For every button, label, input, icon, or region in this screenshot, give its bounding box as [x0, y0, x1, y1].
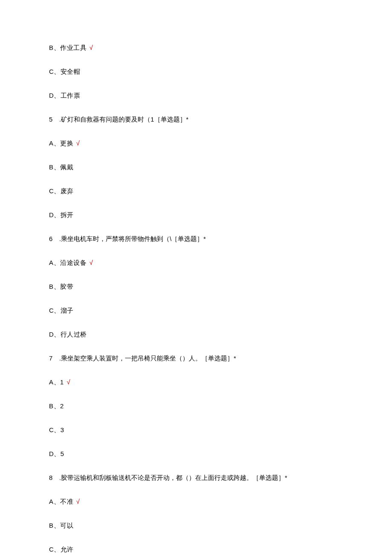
option-label: C、 — [49, 307, 61, 314]
option-text: 1 — [60, 378, 64, 386]
option-text: 更换 — [60, 139, 73, 147]
check-icon: √ — [65, 378, 70, 386]
option-line: A、更换 √ — [49, 138, 343, 148]
document-content: B、作业工具 √C、安全帽D、工作票5.矿灯和自救器有问题的要及时（1［单选题］… — [49, 43, 343, 555]
option-label: C、 — [49, 426, 61, 433]
option-line: B、2 — [49, 401, 343, 411]
option-text: 允许 — [61, 546, 74, 553]
option-text: 可以 — [60, 522, 73, 529]
check-icon: √ — [74, 139, 80, 147]
option-line: D、行人过桥 — [49, 329, 343, 340]
option-label: B、 — [49, 163, 60, 171]
question-line: 7.乘坐架空乘人装置时，一把吊椅只能乘坐（）人。［单选题］* — [49, 353, 343, 363]
question-number: 6 — [49, 234, 59, 244]
option-text: 安全帽 — [61, 68, 81, 75]
option-text: 佩戴 — [60, 163, 73, 171]
question-number: 7 — [49, 353, 59, 363]
question-text: .乘坐架空乘人装置时，一把吊椅只能乘坐（）人。［单选题］* — [59, 353, 343, 363]
option-label: B、 — [49, 522, 60, 529]
option-text: 5 — [61, 450, 64, 457]
check-icon: √ — [87, 44, 93, 51]
option-label: A、 — [49, 259, 60, 266]
question-text: .乘坐电机车时，严禁将所带物件触到（\［单选题］* — [59, 234, 343, 244]
option-label: A、 — [49, 378, 60, 386]
option-label: D、 — [49, 92, 61, 99]
option-line: C、废弃 — [49, 186, 343, 196]
question-line: 6.乘坐电机车时，严禁将所带物件触到（\［单选题］* — [49, 234, 343, 244]
option-text: 行人过桥 — [61, 331, 87, 338]
option-line: D、工作票 — [49, 90, 343, 101]
option-text: 废弃 — [61, 187, 74, 195]
option-label: D、 — [49, 450, 61, 457]
option-label: A、 — [49, 139, 60, 147]
option-text: 拆开 — [61, 211, 74, 218]
option-label: D、 — [49, 331, 61, 338]
question-text: .胶带运输机和刮板输送机不论是否开动，都（）在上面行走或跨越。［单选题］* — [59, 473, 343, 483]
option-line: B、可以 — [49, 520, 343, 531]
question-line: 5.矿灯和自救器有问题的要及时（1［单选题］* — [49, 114, 343, 125]
option-line: A、1 √ — [49, 377, 343, 387]
option-text: 不准 — [60, 498, 73, 505]
option-line: C、3 — [49, 425, 343, 435]
option-text: 沿途设备 — [60, 259, 86, 266]
check-icon: √ — [74, 498, 80, 505]
option-line: C、允许 — [49, 544, 343, 555]
option-label: C、 — [49, 187, 61, 195]
question-number: 5 — [49, 114, 59, 125]
option-line: B、胶带 — [49, 282, 343, 292]
option-label: D、 — [49, 211, 61, 218]
option-line: B、作业工具 √ — [49, 43, 343, 53]
option-label: B、 — [49, 402, 60, 410]
option-line: A、不准 √ — [49, 497, 343, 507]
option-line: C、溜子 — [49, 305, 343, 316]
option-label: C、 — [49, 68, 61, 75]
option-text: 3 — [61, 426, 64, 433]
option-label: B、 — [49, 44, 60, 51]
option-text: 胶带 — [60, 283, 73, 290]
option-text: 工作票 — [61, 92, 81, 99]
option-label: B、 — [49, 283, 60, 290]
option-line: C、安全帽 — [49, 67, 343, 77]
option-line: D、拆开 — [49, 210, 343, 220]
option-text: 溜子 — [61, 307, 74, 314]
check-icon: √ — [87, 259, 93, 266]
option-line: A、沿途设备 √ — [49, 258, 343, 268]
option-line: B、佩戴 — [49, 162, 343, 172]
question-line: 8.胶带运输机和刮板输送机不论是否开动，都（）在上面行走或跨越。［单选题］* — [49, 473, 343, 483]
question-number: 8 — [49, 473, 59, 483]
question-text: .矿灯和自救器有问题的要及时（1［单选题］* — [59, 114, 343, 125]
option-text: 作业工具 — [60, 44, 86, 51]
option-line: D、5 — [49, 449, 343, 459]
option-text: 2 — [60, 402, 64, 410]
option-label: C、 — [49, 546, 61, 553]
option-label: A、 — [49, 498, 60, 505]
